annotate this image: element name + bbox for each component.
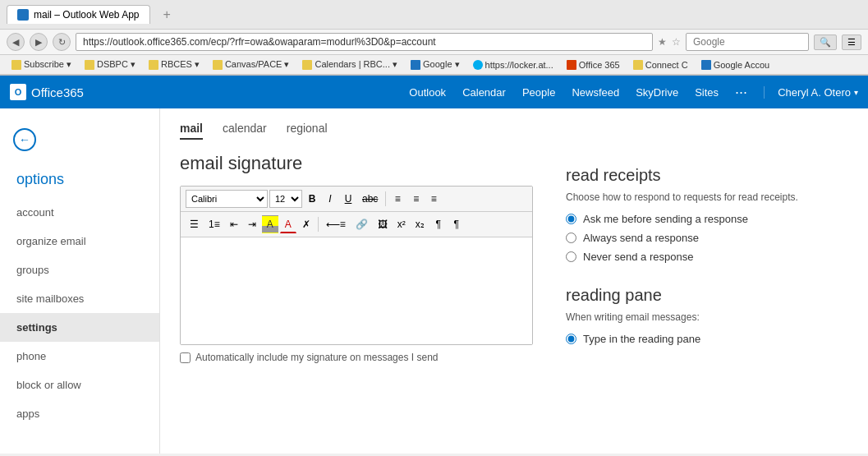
italic-button[interactable]: I [322, 190, 338, 208]
o365-logo[interactable]: O Office365 [10, 84, 84, 100]
sidebar-item-groups[interactable]: groups [0, 256, 159, 284]
read-receipt-label-1: Ask me before sending a response [583, 213, 748, 225]
font-family-select[interactable]: Calibri Arial Times New Roman [186, 190, 268, 208]
bookmark-locker[interactable]: https://locker.at... [468, 58, 558, 71]
reading-pane-radio-1[interactable] [566, 334, 576, 344]
insert-picture-button[interactable]: 🖼 [374, 215, 392, 233]
paragraph-button[interactable]: ¶ [430, 215, 447, 233]
address-bar-input[interactable] [76, 33, 653, 51]
bookmark-icon: ☆ [672, 36, 681, 48]
sidebar-item-apps[interactable]: apps [0, 399, 159, 428]
bookmark-canvas[interactable]: Canvas/PACE ▾ [208, 58, 295, 71]
nav-newsfeed[interactable]: Newsfeed [572, 86, 619, 99]
refresh-button[interactable]: ↻ [53, 33, 71, 51]
bookmark-google[interactable]: Google ▾ [406, 58, 465, 71]
auto-signature-label: Automatically include my signature on me… [195, 352, 438, 363]
insert-link-button[interactable]: 🔗 [351, 215, 372, 233]
nav-sites[interactable]: Sites [695, 86, 719, 99]
sidebar-item-phone[interactable]: phone [0, 342, 159, 371]
browser-title-bar: mail – Outlook Web App + [0, 0, 868, 30]
strikethrough-button[interactable]: abc [358, 190, 382, 208]
bold-button[interactable]: B [304, 190, 320, 208]
auto-signature-row: Automatically include my signature on me… [180, 352, 533, 363]
editor-toolbar-row1: Calibri Arial Times New Roman 12 891011 … [181, 187, 532, 212]
reading-pane-option-1: Type in the reading pane [566, 333, 819, 345]
back-navigation[interactable]: ← [0, 122, 159, 158]
nav-people[interactable]: People [522, 86, 555, 99]
browser-menu-button[interactable]: ☰ [842, 35, 861, 50]
new-tab-button[interactable]: + [157, 6, 177, 24]
sidebar: ← options account organize email groups … [0, 108, 160, 454]
bookmark-connect[interactable]: Connect C [628, 58, 693, 71]
sidebar-item-organize-email[interactable]: organize email [0, 227, 159, 256]
tab-calendar[interactable]: calendar [223, 122, 267, 140]
o365-navbar: O Office365 Outlook Calendar People News… [0, 76, 868, 108]
active-tab[interactable]: mail – Outlook Web App [7, 5, 150, 24]
ordered-list-button[interactable]: 1≡ [204, 215, 224, 233]
increase-indent-button[interactable]: ⇥ [244, 215, 260, 233]
browser-chrome: mail – Outlook Web App + ◀ ▶ ↻ ★ ☆ 🔍 ☰ S… [0, 0, 868, 76]
editor-toolbar-row2: ☰ 1≡ ⇤ ⇥ A A ✗ ⟵≡ 🔗 🖼 x² x₂ ¶ [181, 212, 532, 237]
read-receipt-option-1: Ask me before sending a response [566, 213, 819, 225]
align-center-button[interactable]: ≡ [407, 190, 424, 208]
sidebar-item-settings[interactable]: settings [0, 313, 159, 342]
nav-more-button[interactable]: ··· [735, 84, 747, 101]
tab-regional[interactable]: regional [287, 122, 328, 140]
forward-button[interactable]: ▶ [30, 33, 48, 51]
clear-formatting-button[interactable]: ✗ [298, 215, 315, 233]
read-receipt-radio-3[interactable] [566, 251, 576, 262]
o365-nav-links: Outlook Calendar People Newsfeed SkyDriv… [409, 84, 747, 101]
font-color-button[interactable]: A [280, 215, 296, 233]
signature-editor-body[interactable] [181, 237, 532, 344]
user-name[interactable]: Cheryl A. Otero [764, 86, 851, 99]
folder-icon [11, 60, 21, 70]
underline-button[interactable]: U [340, 190, 356, 208]
align-left-button[interactable]: ≡ [389, 190, 406, 208]
tab-favicon [17, 9, 29, 21]
browser-address-bar: ◀ ▶ ↻ ★ ☆ 🔍 ☰ [0, 30, 868, 55]
bookmark-subscribe[interactable]: Subscribe ▾ [7, 58, 76, 71]
nav-skydrive[interactable]: SkyDrive [636, 86, 678, 99]
tab-mail[interactable]: mail [180, 122, 203, 140]
email-signature-title: email signature [180, 153, 533, 174]
bookmark-calendars[interactable]: Calendars | RBC... ▾ [297, 58, 402, 71]
att-icon [473, 60, 483, 70]
user-dropdown-icon[interactable]: ▾ [854, 88, 858, 97]
o365-logo-icon: O [10, 84, 26, 100]
decrease-indent-button[interactable]: ⇤ [226, 215, 242, 233]
read-receipt-label-2: Always send a response [583, 232, 699, 244]
read-receipt-option-3: Never send a response [566, 251, 819, 263]
signature-editor: Calibri Arial Times New Roman 12 891011 … [180, 186, 533, 345]
highlight-button[interactable]: A [262, 215, 278, 233]
align-right-button[interactable]: ≡ [425, 190, 442, 208]
sidebar-item-site-mailboxes[interactable]: site mailboxes [0, 284, 159, 313]
read-receipt-radio-2[interactable] [566, 233, 576, 243]
sidebar-item-account[interactable]: account [0, 198, 159, 227]
search-go-button[interactable]: 🔍 [814, 35, 837, 50]
bookmark-gaccount[interactable]: Google Accou [696, 58, 775, 71]
tab-title: mail – Outlook Web App [34, 9, 140, 21]
font-size-select[interactable]: 12 891011 14161820 [269, 190, 302, 208]
read-receipt-radio-1[interactable] [566, 214, 576, 224]
bookmark-office365[interactable]: Office 365 [562, 58, 625, 71]
nav-outlook[interactable]: Outlook [409, 86, 446, 99]
back-button[interactable]: ◀ [7, 33, 25, 51]
unordered-list-button[interactable]: ☰ [186, 215, 203, 233]
read-receipts-title: read receipts [566, 166, 819, 185]
folder-icon [213, 60, 223, 70]
bookmark-rbces[interactable]: RBCES ▾ [144, 58, 204, 71]
read-receipt-label-3: Never send a response [583, 251, 693, 263]
pilcrow-button[interactable]: ¶ [448, 215, 465, 233]
nav-calendar[interactable]: Calendar [462, 86, 506, 99]
o365-logo-text: Office365 [31, 85, 84, 99]
email-signature-panel: email signature Calibri Arial Times New … [180, 153, 533, 365]
superscript-button[interactable]: x² [393, 215, 410, 233]
bookmark-dsbpc[interactable]: DSBPC ▾ [80, 58, 140, 71]
sidebar-item-block-or-allow[interactable]: block or allow [0, 371, 159, 399]
search-input[interactable] [686, 33, 809, 51]
subscript-button[interactable]: x₂ [411, 215, 429, 233]
reading-pane-title: reading pane [566, 286, 819, 305]
auto-signature-checkbox[interactable] [180, 352, 191, 363]
google-icon [411, 60, 420, 70]
rtl-button[interactable]: ⟵≡ [322, 215, 350, 233]
